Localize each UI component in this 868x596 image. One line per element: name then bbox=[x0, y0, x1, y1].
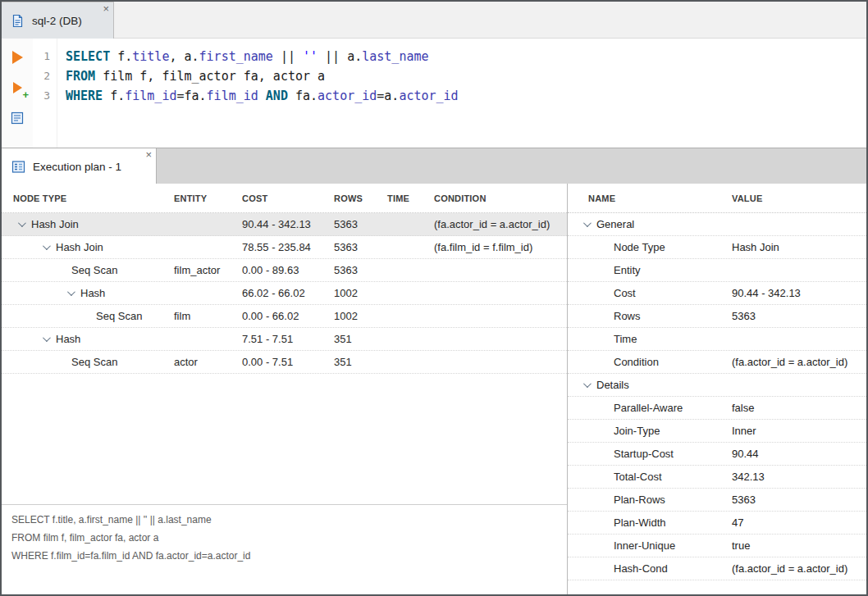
column-header-condition[interactable]: CONDITION bbox=[434, 193, 567, 203]
prop-name: Rows bbox=[614, 310, 641, 322]
prop-group-label: General bbox=[596, 218, 634, 230]
plan-row-seq-scan-film[interactable]: Seq Scan film 0.00 - 66.02 1002 bbox=[2, 305, 567, 328]
cost-cell: 78.55 - 235.84 bbox=[242, 241, 334, 253]
node-type-cell: Hash bbox=[56, 333, 80, 345]
editor-tab-close-icon[interactable]: × bbox=[103, 3, 109, 14]
prop-row-cost[interactable]: Cost 90.44 - 342.13 bbox=[568, 282, 866, 305]
chevron-down-icon[interactable] bbox=[41, 335, 49, 343]
sql-editor: + 1 2 3 SELECT f.title, a.first_name || … bbox=[2, 39, 866, 148]
prop-name: Total-Cost bbox=[614, 471, 662, 483]
prop-name: Node Type bbox=[614, 241, 665, 253]
explain-plan-button[interactable] bbox=[8, 110, 26, 126]
prop-row-inner-unique[interactable]: Inner-Unique true bbox=[568, 535, 866, 557]
prop-group-details[interactable]: Details bbox=[568, 374, 866, 397]
plan-query-summary: SELECT f.title, a.first_name || '' || a.… bbox=[2, 504, 567, 571]
sql-token: || bbox=[281, 49, 295, 64]
prop-value: 5363 bbox=[732, 494, 866, 506]
prop-name: Plan-Width bbox=[614, 516, 666, 529]
prop-name: Cost bbox=[614, 287, 636, 299]
prop-name: Time bbox=[614, 333, 637, 345]
sql-token: , a. bbox=[169, 49, 199, 64]
node-type-cell: Seq Scan bbox=[71, 356, 117, 368]
node-type-cell: Hash Join bbox=[56, 241, 103, 253]
line-number: 1 bbox=[33, 47, 50, 66]
plan-row-hash-2[interactable]: Hash 7.51 - 7.51 351 bbox=[2, 328, 567, 351]
editor-tab-title: sql-2 (DB) bbox=[32, 15, 82, 27]
column-header-time[interactable]: TIME bbox=[387, 193, 434, 203]
prop-row-total-cost[interactable]: Total-Cost 342.13 bbox=[568, 466, 866, 489]
plan-row-seq-scan-film-actor[interactable]: Seq Scan film_actor 0.00 - 89.63 5363 bbox=[2, 259, 567, 282]
line-number: 2 bbox=[33, 66, 50, 86]
sql-token: FROM bbox=[66, 69, 95, 84]
prop-row-startup-cost[interactable]: Startup-Cost 90.44 bbox=[568, 443, 866, 466]
execute-statement-button[interactable] bbox=[8, 49, 26, 66]
plan-row-hash-join-2[interactable]: Hash Join 78.55 - 235.84 5363 (fa.film_i… bbox=[2, 236, 567, 259]
sql-code-area[interactable]: SELECT f.title, a.first_name || '' || a.… bbox=[57, 39, 866, 148]
editor-tab-sql-2[interactable]: sql-2 (DB) × bbox=[2, 2, 114, 39]
chevron-down-icon[interactable] bbox=[16, 221, 25, 229]
chevron-down-icon[interactable] bbox=[582, 221, 590, 229]
sql-line-2[interactable]: FROM film f, film_actor fa, actor a bbox=[66, 66, 866, 86]
sql-token bbox=[258, 89, 266, 103]
prop-row-join-type[interactable]: Join-Type Inner bbox=[568, 420, 866, 443]
column-header-entity[interactable]: ENTITY bbox=[174, 193, 242, 203]
sql-token: film_id bbox=[125, 89, 176, 103]
prop-name: Parallel-Aware bbox=[614, 402, 683, 414]
prop-row-hash-cond[interactable]: Hash-Cond (fa.actor_id = a.actor_id) bbox=[568, 557, 866, 580]
plan-table-header: NODE TYPE ENTITY COST ROWS TIME CONDITIO… bbox=[2, 184, 567, 213]
column-header-name[interactable]: NAME bbox=[568, 193, 732, 203]
prop-row-condition[interactable]: Condition (fa.actor_id = a.actor_id) bbox=[568, 351, 866, 374]
prop-row-time[interactable]: Time bbox=[568, 328, 866, 351]
plan-row-hash-join-1[interactable]: Hash Join 90.44 - 342.13 5363 (fa.actor_… bbox=[2, 213, 567, 236]
prop-row-entity[interactable]: Entity bbox=[568, 259, 866, 282]
prop-value: 5363 bbox=[732, 310, 866, 322]
column-header-rows[interactable]: ROWS bbox=[334, 193, 387, 203]
sql-token: last_name bbox=[362, 49, 428, 64]
execution-plan-tab[interactable]: Execution plan - 1 × bbox=[2, 148, 157, 184]
sql-line-1[interactable]: SELECT f.title, a.first_name || '' || a.… bbox=[66, 47, 866, 66]
plan-row-hash-1[interactable]: Hash 66.02 - 66.02 1002 bbox=[2, 282, 567, 305]
entity-cell: actor bbox=[174, 356, 242, 368]
prop-row-plan-rows[interactable]: Plan-Rows 5363 bbox=[568, 489, 866, 512]
prop-group-general[interactable]: General bbox=[568, 213, 866, 236]
execute-new-tab-button[interactable]: + bbox=[8, 80, 26, 96]
explain-plan-icon bbox=[11, 111, 24, 125]
prop-value: (fa.actor_id = a.actor_id) bbox=[732, 562, 866, 575]
entity-cell: film bbox=[174, 310, 242, 322]
rows-cell: 1002 bbox=[334, 287, 387, 299]
prop-name: Condition bbox=[614, 356, 659, 368]
prop-group-label: Details bbox=[596, 379, 629, 391]
cost-cell: 90.44 - 342.13 bbox=[242, 218, 334, 230]
prop-value: 90.44 - 342.13 bbox=[732, 287, 866, 299]
rows-cell: 5363 bbox=[334, 218, 387, 230]
cost-cell: 0.00 - 7.51 bbox=[242, 356, 334, 368]
plan-row-seq-scan-actor[interactable]: Seq Scan actor 0.00 - 7.51 351 bbox=[2, 351, 567, 374]
rows-cell: 1002 bbox=[334, 310, 387, 322]
sql-token: f. bbox=[103, 89, 125, 103]
prop-name: Entity bbox=[614, 264, 641, 276]
column-header-cost[interactable]: COST bbox=[242, 193, 334, 203]
properties-panel: NAME VALUE General Node Type Hash Join E… bbox=[567, 184, 866, 594]
sql-token: WHERE bbox=[66, 89, 103, 103]
rows-cell: 351 bbox=[334, 333, 387, 345]
prop-row-rows[interactable]: Rows 5363 bbox=[568, 305, 866, 328]
prop-row-parallel-aware[interactable]: Parallel-Aware false bbox=[568, 397, 866, 420]
chevron-down-icon[interactable] bbox=[582, 381, 590, 389]
column-header-value[interactable]: VALUE bbox=[732, 193, 762, 203]
properties-header: NAME VALUE bbox=[568, 184, 866, 213]
prop-row-plan-width[interactable]: Plan-Width 47 bbox=[568, 512, 866, 535]
sql-line-3[interactable]: WHERE f.film_id=fa.film_id AND fa.actor_… bbox=[66, 86, 866, 106]
line-number-gutter: 1 2 3 bbox=[33, 39, 57, 148]
sql-token: =a. bbox=[377, 89, 399, 103]
chevron-down-icon[interactable] bbox=[41, 243, 49, 252]
prop-value: 342.13 bbox=[732, 471, 866, 483]
chevron-down-icon[interactable] bbox=[66, 289, 74, 298]
execution-plan-icon bbox=[11, 160, 25, 174]
prop-row-node-type[interactable]: Node Type Hash Join bbox=[568, 236, 866, 259]
sql-token: film f, film_actor fa, actor a bbox=[95, 69, 325, 84]
column-header-node-type[interactable]: NODE TYPE bbox=[13, 193, 174, 203]
sql-token: first_name bbox=[199, 49, 273, 64]
prop-value: Hash Join bbox=[732, 241, 866, 253]
execution-plan-tab-close-icon[interactable]: × bbox=[145, 149, 152, 160]
sql-token: film_id bbox=[207, 89, 258, 103]
